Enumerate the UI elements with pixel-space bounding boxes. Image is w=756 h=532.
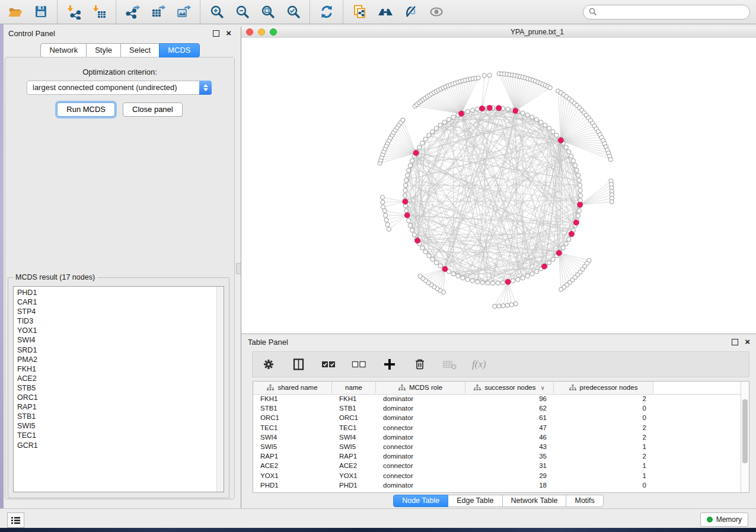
mcds-result-item[interactable]: STB1 xyxy=(17,412,224,421)
tab-edge-table[interactable]: Edge Table xyxy=(448,495,502,507)
save-session-icon[interactable] xyxy=(33,4,49,20)
zoom-in-icon[interactable] xyxy=(209,4,225,20)
table-row[interactable]: PHD1PHD1dominator180 xyxy=(253,480,741,490)
table-cell[interactable]: ACE2 xyxy=(253,461,332,470)
column-header-successor-nodes[interactable]: successor nodes∨ xyxy=(465,382,554,393)
tab-motifs[interactable]: Motifs xyxy=(566,495,603,507)
function-builder-icon[interactable]: f(x) xyxy=(472,358,486,370)
table-cell[interactable]: SWI4 xyxy=(253,432,332,442)
mcds-result-item[interactable]: ACE2 xyxy=(17,374,224,383)
mcds-result-item[interactable]: STB5 xyxy=(17,383,224,393)
float-panel-icon[interactable] xyxy=(213,30,219,37)
zoom-fit-icon[interactable] xyxy=(260,4,276,20)
mcds-result-item[interactable]: CAR1 xyxy=(17,297,224,307)
mcds-result-item[interactable]: STP4 xyxy=(17,307,224,316)
column-header-MCDS-role[interactable]: MCDS role xyxy=(376,382,465,393)
table-row[interactable]: SWI4SWI4dominator462 xyxy=(253,432,741,442)
table-scrollbar[interactable] xyxy=(741,382,749,492)
toggle-panel-mode-icon[interactable] xyxy=(291,357,307,373)
import-network-icon[interactable] xyxy=(66,4,82,20)
select-stepper-icon[interactable] xyxy=(199,81,212,95)
delete-columns-icon[interactable] xyxy=(412,357,428,373)
mcds-result-item[interactable]: SWI4 xyxy=(17,335,224,345)
deselect-all-columns-icon[interactable] xyxy=(351,357,367,373)
table-cell[interactable]: 2 xyxy=(554,394,653,403)
mcds-result-item[interactable]: RAP1 xyxy=(17,402,224,412)
table-cell[interactable]: 96 xyxy=(465,394,554,403)
run-mcds-button[interactable]: Run MCDS xyxy=(57,102,115,117)
table-cell[interactable]: STB1 xyxy=(253,403,332,413)
table-row[interactable]: RAP1RAP1dominator352 xyxy=(253,451,741,461)
zoom-out-icon[interactable] xyxy=(234,4,250,20)
table-cell[interactable]: 0 xyxy=(554,413,653,422)
table-scrollbar-thumb[interactable] xyxy=(742,399,748,463)
column-settings-gear-icon[interactable] xyxy=(260,357,276,373)
tab-network-table[interactable]: Network Table xyxy=(502,495,567,507)
column-header-predecessor-nodes[interactable]: predecessor nodes xyxy=(554,382,653,393)
window-minimize-icon[interactable] xyxy=(258,28,265,36)
table-cell[interactable]: TEC1 xyxy=(253,423,332,432)
table-cell[interactable]: 18 xyxy=(465,480,554,490)
table-cell[interactable]: PHD1 xyxy=(253,480,332,490)
select-all-columns-icon[interactable] xyxy=(321,357,337,373)
mcds-result-item[interactable]: YOX1 xyxy=(17,326,224,335)
task-history-button[interactable] xyxy=(7,512,24,528)
table-cell[interactable]: dominator xyxy=(376,432,465,442)
toggle-graphics-details-icon[interactable] xyxy=(403,4,419,20)
table-row[interactable]: TEC1TEC1connector472 xyxy=(253,423,741,432)
import-table-icon[interactable] xyxy=(91,4,107,20)
mcds-result-item[interactable]: TID3 xyxy=(17,316,224,326)
table-cell[interactable]: SWI5 xyxy=(253,442,332,451)
table-cell[interactable]: 31 xyxy=(465,461,554,470)
mcds-result-item[interactable]: TEC1 xyxy=(17,431,224,440)
table-cell[interactable]: dominator xyxy=(376,480,465,490)
table-cell[interactable]: 43 xyxy=(465,442,554,451)
table-cell[interactable]: FKH1 xyxy=(253,394,332,403)
column-header-shared-name[interactable]: shared name xyxy=(253,382,332,393)
table-row[interactable]: SWI5SWI5connector431 xyxy=(253,442,741,451)
tab-style[interactable]: Style xyxy=(86,43,121,57)
float-table-panel-icon[interactable] xyxy=(732,339,738,345)
table-cell[interactable]: 46 xyxy=(465,432,554,442)
window-close-icon[interactable] xyxy=(246,28,253,36)
table-cell[interactable]: RAP1 xyxy=(332,451,376,461)
table-row[interactable]: FKH1FKH1dominator962 xyxy=(253,394,741,403)
table-row[interactable]: STB1STB1dominator620 xyxy=(253,403,741,413)
table-cell[interactable]: 1 xyxy=(554,471,653,480)
table-cell[interactable]: connector xyxy=(376,461,465,470)
memory-button[interactable]: Memory xyxy=(700,512,748,527)
clone-network-icon[interactable] xyxy=(352,4,368,20)
table-cell[interactable]: YOX1 xyxy=(332,471,376,480)
close-panel-button[interactable]: Close panel xyxy=(123,102,183,117)
table-row[interactable]: ACE2ACE2connector311 xyxy=(253,461,741,470)
tab-node-table[interactable]: Node Table xyxy=(393,495,448,507)
export-table-icon[interactable] xyxy=(150,4,166,20)
table-cell[interactable]: dominator xyxy=(376,394,465,403)
table-cell[interactable]: RAP1 xyxy=(253,451,332,461)
table-cell[interactable]: ACE2 xyxy=(332,461,376,470)
table-cell[interactable]: SWI5 xyxy=(332,442,376,451)
table-cell[interactable]: 0 xyxy=(554,480,653,490)
table-cell[interactable]: 2 xyxy=(554,423,653,432)
column-header-name[interactable]: name xyxy=(332,382,376,393)
export-image-icon[interactable] xyxy=(176,4,192,20)
export-network-icon[interactable] xyxy=(125,4,141,20)
mcds-result-item[interactable]: FKH1 xyxy=(17,364,224,374)
table-cell[interactable]: connector xyxy=(376,442,465,451)
table-cell[interactable]: PHD1 xyxy=(332,480,376,490)
table-cell[interactable]: 47 xyxy=(465,423,554,432)
table-cell[interactable]: SWI4 xyxy=(332,432,376,442)
table-cell[interactable]: 61 xyxy=(465,413,554,422)
eye-icon[interactable] xyxy=(428,4,444,20)
table-cell[interactable]: TEC1 xyxy=(332,423,376,432)
mcds-result-list-box[interactable]: PHD1CAR1STP4TID3YOX1SWI4SRD1PMA2FKH1ACE2… xyxy=(13,286,224,492)
mcds-result-item[interactable]: SRD1 xyxy=(17,345,224,355)
zoom-selected-icon[interactable] xyxy=(285,4,301,20)
table-cell[interactable]: ORC1 xyxy=(332,413,376,422)
mcds-result-item[interactable]: ORC1 xyxy=(17,393,224,402)
add-column-icon[interactable] xyxy=(381,357,397,373)
tab-network[interactable]: Network xyxy=(40,43,87,57)
open-session-icon[interactable] xyxy=(7,4,23,20)
node-table[interactable]: shared namenameMCDS rolesuccessor nodes∨… xyxy=(253,381,749,493)
mcds-result-item[interactable]: PMA2 xyxy=(17,355,224,364)
